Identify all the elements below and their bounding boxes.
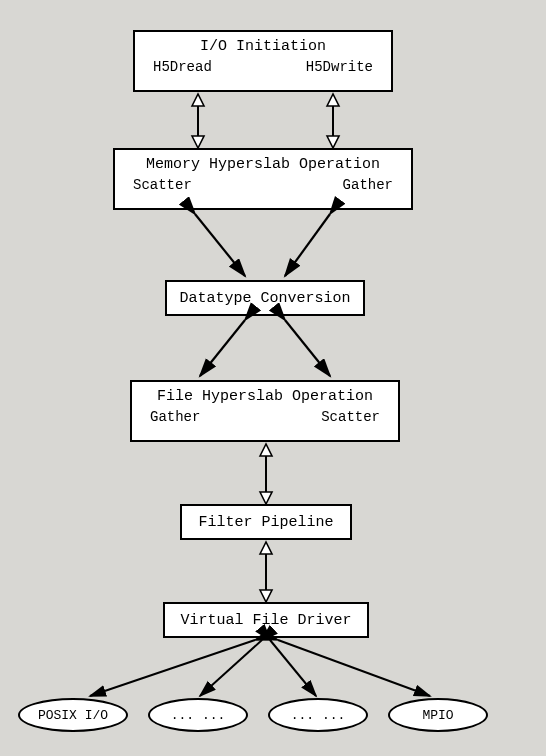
svg-line-4 (200, 320, 245, 376)
datatype-conversion-title: Datatype Conversion (167, 282, 363, 315)
io-initiation-box: I/O Initiation H5Dread H5Dwrite (133, 30, 393, 92)
svg-line-11 (278, 640, 430, 696)
driver-generic2-ellipse: ... ... (148, 698, 248, 732)
driver-generic3-label: ... ... (291, 708, 346, 723)
memory-hyperslab-scatter: Scatter (133, 177, 192, 193)
memory-hyperslab-title: Memory Hyperslab Operation (115, 156, 411, 173)
memory-hyperslab-gather: Gather (343, 177, 393, 193)
svg-line-5 (285, 320, 330, 376)
virtual-file-driver-box: Virtual File Driver (163, 602, 369, 638)
driver-posix-ellipse: POSIX I/O (18, 698, 128, 732)
filter-pipeline-title: Filter Pipeline (182, 506, 350, 539)
svg-line-10 (270, 640, 316, 696)
driver-mpio-ellipse: MPIO (388, 698, 488, 732)
svg-line-2 (195, 214, 245, 276)
svg-line-8 (90, 640, 255, 696)
svg-line-3 (285, 214, 330, 276)
driver-generic2-label: ... ... (171, 708, 226, 723)
file-hyperslab-scatter: Scatter (321, 409, 380, 425)
file-hyperslab-box: File Hyperslab Operation Gather Scatter (130, 380, 400, 442)
io-initiation-read: H5Dread (153, 59, 212, 75)
driver-posix-label: POSIX I/O (38, 708, 108, 723)
driver-mpio-label: MPIO (422, 708, 453, 723)
file-hyperslab-gather: Gather (150, 409, 200, 425)
io-initiation-write: H5Dwrite (306, 59, 373, 75)
filter-pipeline-box: Filter Pipeline (180, 504, 352, 540)
virtual-file-driver-title: Virtual File Driver (165, 604, 367, 637)
svg-line-9 (200, 640, 262, 696)
datatype-conversion-box: Datatype Conversion (165, 280, 365, 316)
file-hyperslab-title: File Hyperslab Operation (132, 388, 398, 405)
io-initiation-title: I/O Initiation (135, 38, 391, 55)
driver-generic3-ellipse: ... ... (268, 698, 368, 732)
arrows-layer (0, 0, 546, 756)
memory-hyperslab-box: Memory Hyperslab Operation Scatter Gathe… (113, 148, 413, 210)
